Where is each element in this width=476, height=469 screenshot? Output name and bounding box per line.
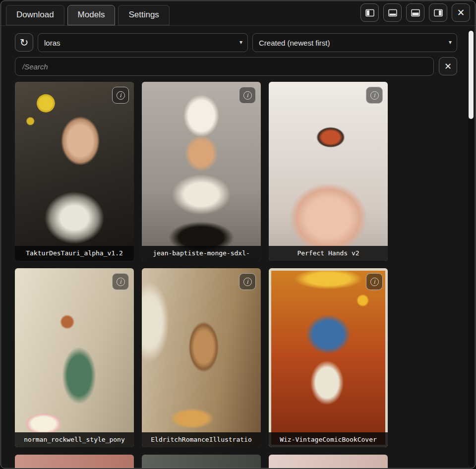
layout-dock-bottom-thick-button[interactable] (406, 3, 424, 22)
model-type-select[interactable]: loras (38, 33, 248, 52)
model-thumbnail[interactable] (15, 455, 134, 468)
dock-bottom-thick-icon (411, 8, 420, 18)
info-button[interactable]: i (239, 273, 256, 290)
toolbar: ↻ loras ▾ Created (newest first) ▾ (15, 33, 457, 52)
model-name-label: norman_rockwell_style_pony (15, 432, 134, 447)
model-card[interactable]: i Wiz-VintageComicBookCover (269, 268, 388, 447)
info-icon: i (117, 278, 125, 286)
info-icon: i (370, 278, 379, 286)
dock-bottom-thin-icon (388, 8, 398, 18)
info-button[interactable]: i (112, 87, 129, 104)
model-name-label: TakturDesTauri_alpha_v1.2 (15, 246, 134, 261)
window-controls: ✕ (360, 3, 470, 25)
model-card[interactable]: i Perfect Hands v2 (269, 82, 388, 261)
tab-settings[interactable]: Settings (118, 5, 169, 25)
clear-search-button[interactable]: ✕ (439, 57, 457, 75)
search-input[interactable] (15, 57, 434, 76)
tab-download[interactable]: Download (6, 5, 64, 25)
search-row: ✕ (15, 57, 457, 76)
model-thumbnail[interactable] (15, 268, 134, 447)
model-card[interactable] (142, 455, 261, 468)
info-icon: i (117, 91, 125, 100)
layout-split-right-button[interactable] (429, 3, 447, 22)
info-icon: i (370, 91, 379, 100)
info-button[interactable]: i (239, 87, 256, 104)
model-thumbnail[interactable] (142, 268, 261, 447)
model-card[interactable] (269, 455, 388, 468)
info-button[interactable]: i (112, 273, 129, 290)
info-icon: i (243, 91, 252, 100)
model-thumbnail[interactable] (142, 455, 261, 468)
model-thumbnail[interactable] (269, 268, 388, 447)
close-icon: ✕ (457, 8, 465, 17)
refresh-icon: ↻ (20, 37, 29, 48)
model-card[interactable]: i norman_rockwell_style_pony (15, 268, 134, 447)
info-icon: i (243, 278, 252, 286)
scrollbar[interactable] (468, 29, 474, 467)
models-panel: ↻ loras ▾ Created (newest first) ▾ ✕ (1, 26, 467, 468)
close-button[interactable]: ✕ (452, 3, 470, 22)
refresh-button[interactable]: ↻ (15, 33, 33, 52)
model-thumbnail[interactable] (142, 82, 261, 261)
sort-select[interactable]: Created (newest first) (252, 33, 457, 52)
sort-select-wrap: Created (newest first) ▾ (252, 33, 457, 52)
model-thumbnail[interactable] (15, 82, 134, 261)
model-thumbnail[interactable] (269, 455, 388, 468)
model-grid: i TakturDesTauri_alpha_v1.2 i jean-bapti… (15, 82, 467, 468)
model-card[interactable]: i EldritchRomanceIllustratio (142, 268, 261, 447)
layout-split-left-button[interactable] (360, 3, 379, 22)
scrollbar-thumb[interactable] (469, 31, 474, 119)
info-button[interactable]: i (366, 87, 383, 104)
tab-models[interactable]: Models (67, 5, 116, 25)
model-name-label: EldritchRomanceIllustratio (142, 432, 261, 447)
model-name-label: Perfect Hands v2 (269, 246, 388, 261)
split-right-icon (433, 8, 443, 18)
model-thumbnail[interactable] (269, 82, 388, 261)
model-card[interactable]: i jean-baptiste-monge-sdxl- (142, 82, 261, 261)
model-type-select-wrap: loras ▾ (38, 33, 248, 52)
model-name-label: jean-baptiste-monge-sdxl- (142, 246, 261, 261)
model-card[interactable] (15, 455, 134, 468)
tab-bar: Download Models Settings (1, 1, 475, 26)
model-name-label: Wiz-VintageComicBookCover (269, 432, 388, 447)
info-button[interactable]: i (366, 273, 383, 290)
close-icon: ✕ (444, 61, 452, 72)
split-left-icon (365, 8, 375, 18)
model-browser-window: Download Models Settings (0, 0, 476, 469)
layout-dock-bottom-thin-button[interactable] (383, 3, 402, 22)
model-card[interactable]: i TakturDesTauri_alpha_v1.2 (15, 82, 134, 261)
